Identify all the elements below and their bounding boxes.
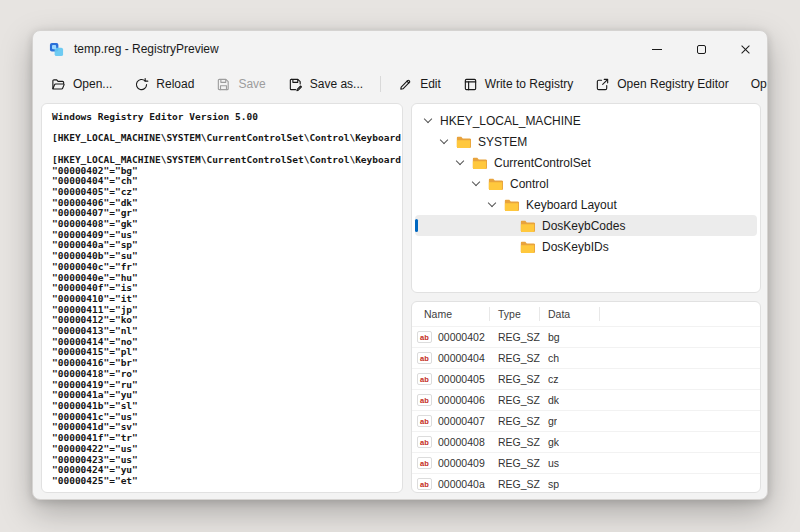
column-header-name: Name bbox=[412, 307, 490, 321]
toolbar-button-label: Edit bbox=[420, 77, 441, 91]
chevron-down-icon[interactable] bbox=[424, 115, 432, 123]
toolbar-button-label: Save bbox=[238, 77, 265, 91]
tree-item-doskeybcodes[interactable]: DosKeybCodes bbox=[415, 215, 757, 236]
chevron-down-icon[interactable] bbox=[440, 136, 448, 144]
column-header-data: Data bbox=[540, 307, 600, 321]
desktop-background: temp.reg - RegistryPreview Open...Reload… bbox=[0, 0, 800, 532]
cell-data: dk bbox=[540, 394, 559, 406]
editor-text: Windows Registry Editor Version 5.00 [HK… bbox=[52, 112, 402, 487]
folder-icon bbox=[456, 136, 471, 148]
grid-body: ab00000402REG_SZbgab00000404REG_SZchab00… bbox=[412, 326, 760, 493]
maximize-button[interactable] bbox=[679, 31, 723, 67]
string-value-icon: ab bbox=[417, 457, 432, 469]
string-value-icon: ab bbox=[417, 436, 432, 448]
column-header-type: Type bbox=[490, 307, 540, 321]
value-row-00000404[interactable]: ab00000404REG_SZch bbox=[412, 347, 760, 368]
tree-item-keyboard-layout[interactable]: Keyboard Layout bbox=[415, 194, 757, 215]
chevron-down-icon[interactable] bbox=[488, 199, 496, 207]
value-row-00000408[interactable]: ab00000408REG_SZgk bbox=[412, 431, 760, 452]
cell-type: REG_SZ bbox=[490, 478, 540, 490]
toolbar: Open...ReloadSaveSave as...EditWrite to … bbox=[33, 67, 767, 101]
string-value-icon: ab bbox=[417, 373, 432, 385]
cell-type: REG_SZ bbox=[490, 394, 540, 406]
cell-type: REG_SZ bbox=[490, 352, 540, 364]
value-row-00000405[interactable]: ab00000405REG_SZcz bbox=[412, 368, 760, 389]
grid-header: Name Type Data bbox=[412, 302, 760, 326]
tree-item-currentcontrolset[interactable]: CurrentControlSet bbox=[415, 152, 757, 173]
chevron-down-icon[interactable] bbox=[472, 178, 480, 186]
toolbar-button-label: Write to Registry bbox=[485, 77, 573, 91]
tree-item-label: DosKeybIDs bbox=[542, 240, 609, 254]
cell-data: bg bbox=[540, 331, 560, 343]
toolbar-button-label: Open Key bbox=[751, 77, 768, 91]
cell-name: 00000406 bbox=[432, 394, 490, 406]
tree-item-system[interactable]: SYSTEM bbox=[415, 131, 757, 152]
title-bar[interactable]: temp.reg - RegistryPreview bbox=[33, 31, 767, 67]
cell-type: REG_SZ bbox=[490, 331, 540, 343]
cell-name: 00000409 bbox=[432, 457, 490, 469]
cell-type: REG_SZ bbox=[490, 415, 540, 427]
maximize-icon bbox=[697, 45, 706, 54]
registry-tree: HKEY_LOCAL_MACHINESYSTEMCurrentControlSe… bbox=[411, 103, 761, 293]
cell-type: REG_SZ bbox=[490, 457, 540, 469]
tree-item-label: DosKeybCodes bbox=[542, 219, 625, 233]
toolbar-button-write-to-registry[interactable]: Write to Registry bbox=[453, 71, 583, 97]
cell-data: us bbox=[540, 457, 559, 469]
minimize-button[interactable] bbox=[635, 31, 679, 67]
value-row-00000407[interactable]: ab00000407REG_SZgr bbox=[412, 410, 760, 431]
open-folder-icon bbox=[51, 77, 66, 92]
toolbar-button-edit[interactable]: Edit bbox=[388, 71, 451, 97]
toolbar-button-reload[interactable]: Reload bbox=[124, 71, 204, 97]
window-title: temp.reg - RegistryPreview bbox=[74, 42, 219, 56]
tree-item-label: Control bbox=[510, 177, 549, 191]
value-row-00000402[interactable]: ab00000402REG_SZbg bbox=[412, 326, 760, 347]
cell-type: REG_SZ bbox=[490, 373, 540, 385]
cell-name: 0000040a bbox=[432, 478, 490, 490]
cell-name: 00000405 bbox=[432, 373, 490, 385]
folder-icon bbox=[488, 178, 503, 190]
registry-preview-window: temp.reg - RegistryPreview Open...Reload… bbox=[32, 30, 768, 500]
cell-name: 00000404 bbox=[432, 352, 490, 364]
edit-icon bbox=[398, 77, 413, 92]
reg-file-editor[interactable]: Windows Registry Editor Version 5.00 [HK… bbox=[41, 103, 403, 493]
toolbar-button-save[interactable]: Save bbox=[206, 71, 275, 97]
chevron-down-icon[interactable] bbox=[456, 157, 464, 165]
open-external-icon bbox=[595, 77, 610, 92]
value-row-0000040a[interactable]: ab0000040aREG_SZsp bbox=[412, 473, 760, 493]
toolbar-button-open-registry-editor[interactable]: Open Registry Editor bbox=[585, 71, 738, 97]
folder-icon bbox=[504, 199, 519, 211]
string-value-icon: ab bbox=[417, 352, 432, 364]
cell-data: gr bbox=[540, 415, 557, 427]
app-icon bbox=[49, 42, 64, 57]
save-icon bbox=[216, 77, 231, 92]
string-value-icon: ab bbox=[417, 394, 432, 406]
folder-icon bbox=[520, 241, 535, 253]
toolbar-button-save-as[interactable]: Save as... bbox=[278, 71, 373, 97]
toolbar-button-open-key[interactable]: Open Key bbox=[741, 71, 768, 97]
tree-item-control[interactable]: Control bbox=[415, 173, 757, 194]
value-row-00000406[interactable]: ab00000406REG_SZdk bbox=[412, 389, 760, 410]
toolbar-button-label: Save as... bbox=[310, 77, 363, 91]
cell-data: ch bbox=[540, 352, 559, 364]
tree-item-hkey-local-machine[interactable]: HKEY_LOCAL_MACHINE bbox=[415, 110, 757, 131]
close-button[interactable] bbox=[723, 31, 767, 67]
cell-data: cz bbox=[540, 373, 559, 385]
cell-data: sp bbox=[540, 478, 559, 490]
folder-icon bbox=[520, 220, 535, 232]
save-as-icon bbox=[288, 77, 303, 92]
string-value-icon: ab bbox=[417, 478, 432, 490]
tree-item-label: CurrentControlSet bbox=[494, 156, 591, 170]
folder-icon bbox=[472, 157, 487, 169]
write-registry-icon bbox=[463, 77, 478, 92]
value-row-00000409[interactable]: ab00000409REG_SZus bbox=[412, 452, 760, 473]
toolbar-button-label: Open Registry Editor bbox=[617, 77, 728, 91]
tree-item-label: SYSTEM bbox=[478, 135, 527, 149]
cell-name: 00000402 bbox=[432, 331, 490, 343]
toolbar-separator bbox=[380, 76, 381, 92]
toolbar-button-open[interactable]: Open... bbox=[41, 71, 122, 97]
tree-item-doskeybids[interactable]: DosKeybIDs bbox=[415, 236, 757, 257]
tree-item-label: HKEY_LOCAL_MACHINE bbox=[440, 114, 581, 128]
toolbar-button-label: Reload bbox=[156, 77, 194, 91]
cell-type: REG_SZ bbox=[490, 436, 540, 448]
cell-name: 00000407 bbox=[432, 415, 490, 427]
